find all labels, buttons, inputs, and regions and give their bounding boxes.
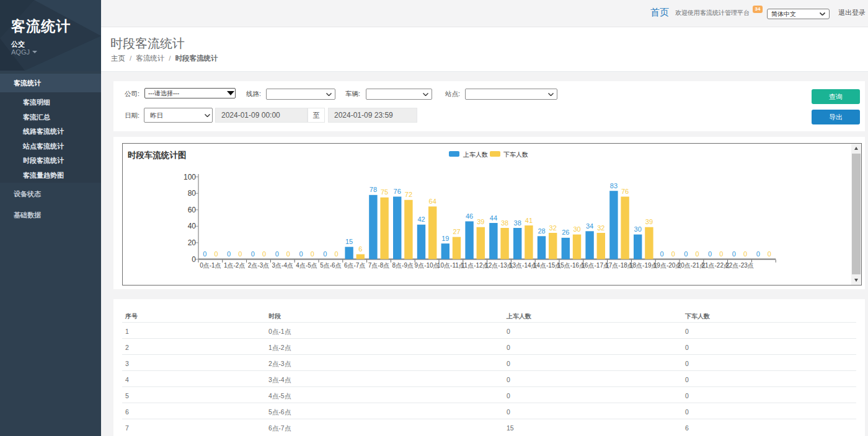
svg-text:30: 30 <box>634 225 642 233</box>
svg-text:19: 19 <box>441 235 449 242</box>
svg-text:0: 0 <box>275 250 279 258</box>
svg-text:0: 0 <box>227 250 231 258</box>
svg-text:41: 41 <box>525 217 533 224</box>
svg-text:0: 0 <box>756 250 760 258</box>
svg-text:3点-4点: 3点-4点 <box>272 262 293 269</box>
svg-text:1点-2点: 1点-2点 <box>224 262 245 269</box>
svg-text:6: 6 <box>358 245 362 253</box>
svg-text:0: 0 <box>660 250 663 258</box>
svg-text:26: 26 <box>562 229 569 236</box>
svg-text:38: 38 <box>514 219 521 227</box>
svg-text:76: 76 <box>394 188 401 195</box>
svg-text:20: 20 <box>188 238 197 247</box>
svg-text:30: 30 <box>573 225 580 233</box>
svg-text:0: 0 <box>323 250 327 258</box>
svg-text:0: 0 <box>768 250 771 258</box>
svg-text:0: 0 <box>719 250 723 258</box>
svg-text:0点-1点: 0点-1点 <box>200 262 221 269</box>
svg-text:0: 0 <box>299 250 303 258</box>
svg-text:76: 76 <box>621 188 629 195</box>
svg-text:83: 83 <box>610 182 618 190</box>
svg-text:39: 39 <box>645 218 653 225</box>
svg-text:80: 80 <box>188 189 197 198</box>
svg-text:2点-3点: 2点-3点 <box>248 262 269 269</box>
svg-text:38: 38 <box>501 219 508 227</box>
svg-text:100: 100 <box>184 173 196 181</box>
svg-text:7点-8点: 7点-8点 <box>368 262 389 269</box>
svg-text:44: 44 <box>490 214 497 222</box>
svg-text:0: 0 <box>671 250 675 258</box>
svg-text:0: 0 <box>695 250 699 258</box>
svg-text:22点-23点: 22点-23点 <box>725 262 754 269</box>
svg-text:15: 15 <box>345 238 353 245</box>
svg-text:78: 78 <box>370 186 377 193</box>
svg-text:27: 27 <box>453 228 460 235</box>
svg-text:34: 34 <box>586 222 593 230</box>
svg-text:40: 40 <box>188 222 197 230</box>
svg-text:0: 0 <box>238 250 242 258</box>
svg-text:60: 60 <box>188 206 197 214</box>
svg-text:72: 72 <box>405 191 412 198</box>
svg-text:0: 0 <box>251 250 255 258</box>
svg-text:4点-5点: 4点-5点 <box>296 262 317 269</box>
svg-text:32: 32 <box>597 224 604 232</box>
svg-text:0: 0 <box>192 255 196 264</box>
svg-text:0: 0 <box>708 250 712 258</box>
svg-text:64: 64 <box>429 198 436 205</box>
svg-text:0: 0 <box>286 250 290 258</box>
svg-text:46: 46 <box>466 212 473 220</box>
svg-text:9点-10点: 9点-10点 <box>415 262 440 269</box>
svg-text:0: 0 <box>684 250 688 258</box>
svg-text:0: 0 <box>743 250 747 258</box>
svg-text:75: 75 <box>381 188 388 196</box>
svg-text:5点-6点: 5点-6点 <box>320 262 341 269</box>
svg-text:0: 0 <box>214 250 218 258</box>
svg-text:0: 0 <box>203 250 206 258</box>
svg-text:0: 0 <box>334 250 338 258</box>
svg-text:0: 0 <box>732 250 736 258</box>
svg-text:8点-9点: 8点-9点 <box>392 262 414 269</box>
svg-text:39: 39 <box>477 218 484 225</box>
svg-text:6点-7点: 6点-7点 <box>344 262 365 269</box>
svg-text:0: 0 <box>262 250 266 258</box>
svg-text:42: 42 <box>417 216 425 223</box>
svg-text:32: 32 <box>549 224 557 232</box>
svg-text:28: 28 <box>538 227 545 235</box>
svg-text:0: 0 <box>311 250 314 258</box>
